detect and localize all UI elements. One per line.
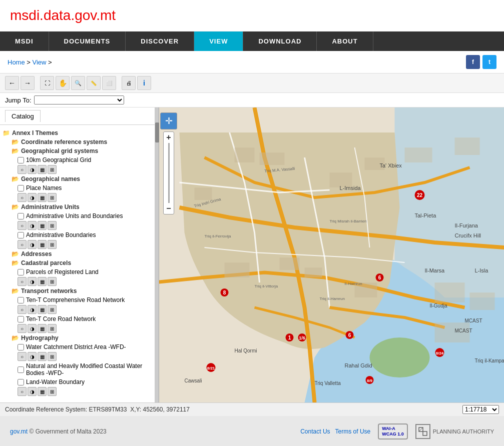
action-table-tc[interactable]: ▦ [38,305,47,314]
nav-download[interactable]: DOWNLOAD [243,32,317,51]
action-info-wc[interactable]: ○ [18,352,27,361]
print-button[interactable]: 🖨 [122,76,136,90]
action-info-ab[interactable]: ○ [18,240,27,249]
action-style[interactable]: ◑ [28,165,37,174]
group-adminunits-header[interactable]: 📂 Administrative Units [8,202,155,212]
zoom-in-tool-button[interactable]: 🔍 [71,76,85,90]
zoom-out-button[interactable]: − [163,203,174,214]
govmt-link[interactable]: gov.mt [10,428,28,435]
group-annex1-header[interactable]: 📁 Annex I Themes [0,128,155,138]
info-button[interactable]: i [137,76,151,90]
svg-rect-12 [435,282,465,302]
map-pan-control[interactable]: ✛ [160,112,177,130]
action-style-lw[interactable]: ◑ [28,387,37,396]
breadcrumb-home[interactable]: Home [8,58,25,66]
checkbox-parcels[interactable] [18,269,24,276]
action-download-p[interactable]: ⊞ [48,277,57,286]
twitter-button[interactable]: t [482,55,496,69]
group-addresses-header[interactable]: 📂 Addresses [8,250,155,258]
checkbox-adminboundaries[interactable] [18,232,24,238]
group-crs-header[interactable]: 📂 Coordinate reference systems [8,138,155,146]
nav-about[interactable]: ABOUT [317,32,373,51]
nav-msdi[interactable]: MSDI [0,32,49,51]
action-table-p[interactable]: ▦ [38,277,47,286]
svg-rect-10 [305,268,322,278]
measure-area-button[interactable]: ⬜ [102,76,116,90]
scale-select[interactable]: 1:17718 1:10000 1:25000 1:50000 1:100000 [462,405,499,414]
sidebar: Catalog 📁 Annex I Themes 📂 Coordinate re… [0,108,155,402]
group-geonames-header[interactable]: 📂 Geographical names [8,174,155,184]
pan-button[interactable]: ✋ [56,76,70,90]
action-download-tc[interactable]: ⊞ [48,305,57,314]
action-style-tcore[interactable]: ◑ [28,324,37,333]
checkbox-adminunitsboundaries[interactable] [18,213,24,220]
action-style-wc[interactable]: ◑ [28,352,37,361]
nav-discover[interactable]: DISCOVER [126,32,194,51]
scrollbar-handle[interactable] [155,122,159,142]
measure-button[interactable]: 📏 [87,76,101,90]
checkbox-land-water[interactable] [18,379,24,386]
back-button[interactable]: ← [5,76,19,90]
checkbox-watercatchment[interactable] [18,344,24,350]
action-style-p[interactable]: ◑ [28,277,37,286]
action-table-tcore[interactable]: ▦ [38,324,47,333]
action-table-pn[interactable]: ▦ [38,193,47,202]
planning-authority-label: PLANNING AUTHORITY [433,428,494,434]
action-download-wc[interactable]: ⊞ [48,352,57,361]
action-table-aub[interactable]: ▦ [38,221,47,230]
item-natural-water: Natural and Heavily Modified Coastal Wat… [8,362,155,378]
action-info-p[interactable]: ○ [18,277,27,286]
group-hydro-header[interactable]: 📂 Hydrography [8,334,155,342]
item-tent-core: Ten-T Core Road Network [8,314,155,324]
action-download-pn[interactable]: ⊞ [48,193,57,202]
action-style-tc[interactable]: ◑ [28,305,37,314]
actions-tent-core: ○ ◑ ▦ ⊞ [8,324,155,334]
checkbox-natural-water[interactable] [18,366,24,373]
forward-button[interactable]: → [21,76,35,90]
catalog-tab[interactable]: Catalog [5,110,41,122]
zoom-in-button[interactable]: + [163,132,174,143]
checkbox-tent-core[interactable] [18,316,24,322]
sidebar-scrollbar[interactable] [155,108,159,402]
map-toolbar: ← → ⛶ ✋ 🔍 📏 ⬜ 🖨 i [0,74,504,93]
checkbox-tent-comp[interactable] [18,297,24,304]
action-download[interactable]: ⊞ [48,165,57,174]
contact-us-link[interactable]: Contact Us [300,428,330,435]
nav-view[interactable]: VIEW [194,32,243,51]
action-download-tcore[interactable]: ⊞ [48,324,57,333]
item-adminboundaries: Administrative Boundaries [8,230,155,240]
breadcrumb-view[interactable]: View [33,58,47,66]
group-cadastral-header[interactable]: 📂 Cadastral parcels [8,258,155,268]
action-style-aub[interactable]: ◑ [28,221,37,230]
action-table-lw[interactable]: ▦ [38,387,47,396]
group-geogrids-header[interactable]: 📂 Geographical grid systems [8,146,155,156]
zoom-extent-button[interactable]: ⛶ [40,76,54,90]
action-style-ab[interactable]: ◑ [28,240,37,249]
svg-rect-9 [280,258,300,270]
action-info-aub[interactable]: ○ [18,221,27,230]
nav-documents[interactable]: DOCUMENTS [49,32,126,51]
svg-rect-11 [225,262,250,278]
map-container[interactable]: 22 6 8 1 1/6 6 8/21 8/24 8/9 Ta' Xbiex L… [155,108,504,402]
item-10km: 10km Geographical Grid [8,156,155,164]
action-download-aub[interactable]: ⊞ [48,221,57,230]
action-table-ab[interactable]: ▦ [38,240,47,249]
action-info-lw[interactable]: ○ [18,387,27,396]
breadcrumb-sep: > [27,58,32,66]
action-info-tcore[interactable]: ○ [18,324,27,333]
action-info-tc[interactable]: ○ [18,305,27,314]
action-info-pn[interactable]: ○ [18,193,27,202]
checkbox-placenames[interactable] [18,185,24,192]
action-table-wc[interactable]: ▦ [38,352,47,361]
action-table[interactable]: ▦ [38,165,47,174]
action-download-lw[interactable]: ⊞ [48,387,57,396]
action-download-ab[interactable]: ⊞ [48,240,57,249]
terms-link[interactable]: Terms of Use [335,428,371,435]
action-style-pn[interactable]: ◑ [28,193,37,202]
group-transport-header[interactable]: 📂 Transport networks [8,286,155,296]
facebook-button[interactable]: f [466,55,480,69]
jumpto-select[interactable] [34,96,124,104]
action-info[interactable]: ○ [18,165,27,174]
svg-text:8/24: 8/24 [436,351,444,356]
checkbox-10km[interactable] [18,157,24,164]
